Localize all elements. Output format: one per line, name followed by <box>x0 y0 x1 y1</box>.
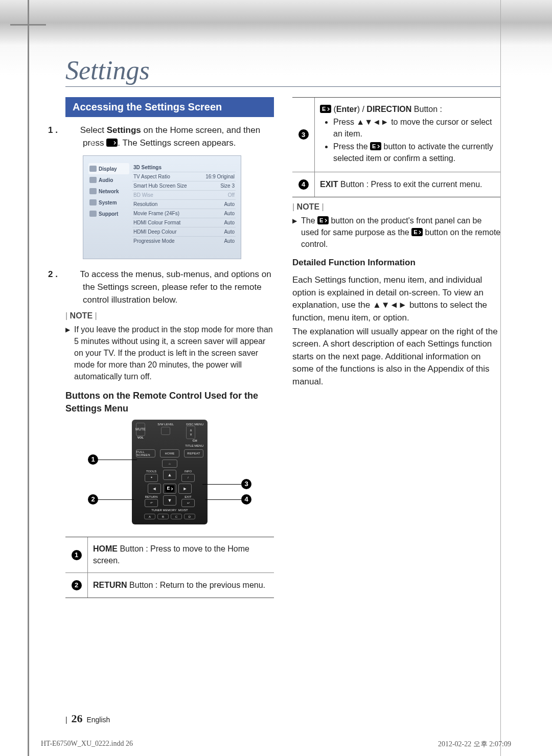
trim-mark-vertical <box>28 0 29 756</box>
settings-screen-mock: Display Audio Network System Support 3D … <box>83 155 241 259</box>
para-r1: Each Settings function, menu item, and i… <box>292 274 501 325</box>
remote-illustration: MUTE VOL S/W LEVEL DISC MENU ∧∨ CH <box>88 420 251 524</box>
note-left-text: If you leave the product in the stop mod… <box>74 324 274 382</box>
ftable-r3-li2: Press the button to activate the current… <box>333 141 496 164</box>
remote-left-button: ◄ <box>148 484 161 494</box>
meta-footer: HT-E6750W_XU_0222.indd 26 2012-02-22 오후 … <box>0 740 552 749</box>
right-column: 3 (Enter) / DIRECTION Button : Press ▲▼◄… <box>292 97 501 598</box>
subhead-left: Buttons on the Remote Control Used for t… <box>65 390 274 415</box>
callout-2: 2 <box>88 494 98 505</box>
page-content: Settings Accessing the Settings Screen 1… <box>0 0 552 598</box>
title-rule <box>65 86 501 87</box>
page-number: 26 <box>72 712 83 725</box>
mock-opt-4: Movie Frame (24Fs)Auto <box>132 209 236 218</box>
remote-c-button: C <box>171 514 182 519</box>
step-1-text-pre: Select <box>80 125 107 135</box>
remote-fullscreen-button: FULL SCREEN <box>136 449 155 457</box>
note-left: ▶ If you leave the product in the stop m… <box>65 324 274 382</box>
mock-opt-3: ResolutionAuto <box>132 199 236 209</box>
remote-enter-button <box>163 484 176 494</box>
meta-left: HT-E6750W_XU_0222.indd 26 <box>41 740 133 749</box>
ftable-row-2: 2 RETURN Button : Return to the previous… <box>65 573 274 598</box>
trim-mark-right <box>500 0 501 756</box>
callout-3: 3 <box>241 479 251 489</box>
mock-opt-7: Progressive ModeAuto <box>132 236 236 245</box>
note-label-left: NOTE <box>65 311 274 320</box>
remote-d-button: D <box>184 514 195 519</box>
remote-right-button: ► <box>178 484 192 494</box>
callout-2-line <box>98 499 134 500</box>
mock-opt-1: Smart Hub Screen SizeSize 3 <box>132 181 236 190</box>
remote-vol-rocker: MUTE <box>136 423 145 436</box>
callout-3-line <box>202 484 241 485</box>
mock-nav-system: System <box>88 197 129 208</box>
mock-nav-audio: Audio <box>88 174 129 186</box>
system-icon <box>89 199 97 205</box>
function-table-right: 3 (Enter) / DIRECTION Button : Press ▲▼◄… <box>292 97 501 197</box>
circ-4: 4 <box>298 179 309 190</box>
callout-1-line <box>98 460 137 461</box>
callout-4: 4 <box>241 494 251 505</box>
mock-head: 3D Settings <box>132 163 236 172</box>
note-right: ▶ The button on the product's front pane… <box>292 215 501 250</box>
callout-4-line <box>205 499 241 500</box>
network-icon <box>89 188 97 194</box>
note-label-right: NOTE <box>292 202 501 212</box>
mock-opt-2: BD WiseOff <box>132 190 236 199</box>
ftable-row-1: 1 HOME Button : Press to move to the Hom… <box>65 537 274 573</box>
enter-icon <box>411 228 423 236</box>
page-title: Settings <box>65 55 501 85</box>
ftable-r3-li1: Press ▲▼◄► to move the cursor or select … <box>333 117 496 140</box>
support-icon <box>89 211 97 217</box>
meta-right: 2012-02-22 오후 2:07:09 <box>438 740 511 749</box>
trim-mark-horizontal <box>10 24 46 26</box>
remote-up-button: ▲ <box>163 470 176 480</box>
triangle-icon: ▶ <box>65 326 70 382</box>
note-right-pre: The <box>301 216 317 225</box>
step-2-text: To access the menus, sub-menus, and opti… <box>80 269 271 304</box>
ftable-row-3: 3 (Enter) / DIRECTION Button : Press ▲▼◄… <box>292 98 501 172</box>
remote-exit-button: EXIT↩ <box>178 495 198 508</box>
function-table-left: 1 HOME Button : Press to move to the Hom… <box>65 537 274 598</box>
page-footer: | 26 English <box>65 712 110 725</box>
mock-nav-support: Support <box>88 208 129 219</box>
circ-3: 3 <box>298 129 309 140</box>
page-lang: English <box>86 716 110 724</box>
remote-ch-rocker: ∧∨ <box>186 426 195 439</box>
subhead-right: Detailed Function Information <box>292 257 501 269</box>
step-2: 2 . To access the menus, sub-menus, and … <box>65 268 274 306</box>
callout-1: 1 <box>88 454 98 465</box>
left-column: Accessing the Settings Screen 1 . Select… <box>65 97 274 598</box>
triangle-icon: ▶ <box>292 217 297 250</box>
step-1-text-post: . The Settings screen appears. <box>118 138 236 148</box>
remote-info-button: INFOi <box>178 470 198 482</box>
enter-icon <box>317 216 329 224</box>
mock-opt-5: HDMI Colour FormatAuto <box>132 218 236 227</box>
circ-2: 2 <box>72 580 82 590</box>
display-icon <box>89 166 97 172</box>
mock-opt-0: TV Aspect Ratio16:9 Original <box>132 172 236 181</box>
mock-opt-6: HDMI Deep ColourAuto <box>132 227 236 236</box>
enter-icon <box>370 142 381 150</box>
section-banner: Accessing the Settings Screen <box>65 97 274 117</box>
circ-1: 1 <box>72 550 82 560</box>
remote-return-button: RETURN↶ <box>142 495 161 508</box>
remote-b-button: B <box>157 514 169 519</box>
remote-a-button: A <box>144 514 155 519</box>
enter-icon <box>106 139 118 147</box>
step-1: 1 . Select Settings on the Home screen, … <box>65 124 274 149</box>
remote-home-icon-button: ⌂ <box>162 460 177 468</box>
audio-icon <box>89 177 97 183</box>
enter-icon <box>320 105 331 113</box>
remote-down-button: ▼ <box>163 495 176 506</box>
mock-nav-network: Network <box>88 186 129 197</box>
ftable-row-4: 4 EXIT Button : Press to exit the curren… <box>292 172 501 197</box>
para-r2: The explanation will usually appear on t… <box>292 326 501 388</box>
remote-tools-button: TOOLS✦ <box>142 470 161 482</box>
remote-repeat-button: REPEAT <box>184 449 203 457</box>
step-1-bold: Settings <box>107 125 141 135</box>
mock-nav-display: Display <box>88 163 129 174</box>
remote-home-button: HOME <box>160 449 179 457</box>
